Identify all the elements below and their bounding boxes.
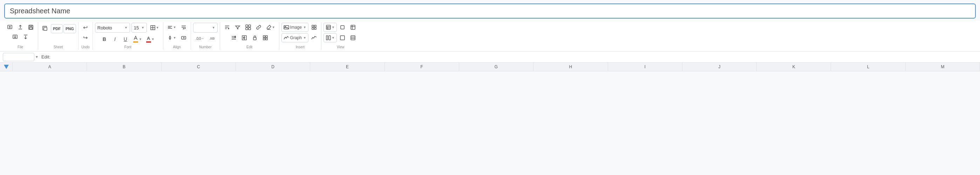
toolbar-group-edit: ▼ Edit — [220, 22, 279, 50]
filter-button[interactable] — [233, 23, 243, 32]
toolbar-group-align: ▼ ▼ Align — [163, 22, 191, 50]
toolbar-group-font: Roboto ▼ 15 ▼ ▼ B I U ▼ — [93, 22, 163, 50]
export-up-button[interactable] — [16, 23, 25, 32]
png-button[interactable]: PNG — [64, 24, 76, 33]
font-color-button[interactable]: A ▼ — [145, 34, 156, 44]
svg-rect-33 — [263, 36, 265, 38]
col-header-I[interactable]: I — [608, 63, 682, 71]
col-header-M[interactable]: M — [906, 63, 980, 71]
col-header-K[interactable]: K — [757, 63, 831, 71]
borders-button[interactable]: ▼ — [148, 23, 161, 32]
svg-rect-42 — [314, 28, 316, 29]
link-button[interactable] — [254, 23, 264, 32]
image-arrow: ▼ — [303, 25, 306, 29]
image-button[interactable]: Image ▼ — [282, 23, 309, 32]
view-split-button[interactable] — [348, 33, 358, 43]
toolbar-group-view: ▼ ▼ View — [321, 22, 360, 50]
line-chart-button[interactable] — [309, 33, 319, 43]
row-number-header — [0, 63, 13, 71]
export-down-button[interactable] — [21, 33, 30, 42]
svg-rect-23 — [246, 25, 248, 27]
import-button[interactable] — [5, 23, 15, 32]
png-label: PNG — [65, 27, 74, 31]
lock-button[interactable] — [250, 33, 260, 43]
underline-button[interactable]: U — [121, 35, 130, 44]
view-cols-arrow: ▼ — [332, 36, 335, 39]
svg-rect-3 — [29, 27, 32, 29]
col-header-J[interactable]: J — [682, 63, 757, 71]
redo-button[interactable]: ↪ — [81, 33, 91, 43]
font-name-arrow: ▼ — [124, 26, 127, 29]
toolbar: File PDF PNG Sheet ↩ ↪ Undo Robot — [0, 20, 980, 52]
graph-button[interactable]: Graph ▼ — [282, 33, 309, 43]
col-header-D[interactable]: D — [236, 63, 310, 71]
cell-ref-input[interactable] — [3, 53, 34, 61]
view-table-button[interactable]: ▼ — [323, 23, 337, 32]
number-format-arrow: ▼ — [212, 26, 215, 29]
overflow-button[interactable] — [179, 33, 189, 43]
col-header-B[interactable]: B — [87, 63, 161, 71]
cell-ref-dropdown-arrow[interactable]: ▼ — [35, 55, 38, 59]
sort-button[interactable] — [222, 23, 232, 32]
clear-button[interactable]: ▼ — [264, 23, 277, 32]
col-header-E[interactable]: E — [310, 63, 385, 71]
group-button[interactable] — [243, 23, 253, 32]
col-header-F[interactable]: F — [385, 63, 459, 71]
merge-button[interactable] — [239, 33, 249, 43]
view-sq-button[interactable] — [337, 23, 347, 32]
view-group-label: View — [321, 45, 360, 49]
sort2-button[interactable] — [229, 33, 239, 43]
svg-rect-54 — [351, 36, 355, 40]
svg-rect-35 — [263, 38, 265, 40]
fill-color-swatch — [133, 41, 138, 43]
italic-button[interactable]: I — [110, 35, 120, 44]
pdf-button[interactable]: PDF — [51, 24, 63, 33]
import2-button[interactable] — [10, 33, 20, 42]
save-button[interactable] — [26, 23, 36, 32]
sheet-group-label: Sheet — [38, 45, 78, 49]
fill-color-button[interactable]: ▼ — [131, 34, 144, 44]
decimal-dec-button[interactable]: .00.0 — [207, 34, 217, 43]
toolbar-group-undo: ↩ ↪ Undo — [78, 22, 93, 50]
col-header-H[interactable]: H — [533, 63, 608, 71]
clear-arrow: ▼ — [272, 25, 275, 29]
toolbar-group-sheet: PDF PNG Sheet — [38, 22, 78, 50]
col-header-C[interactable]: C — [162, 63, 236, 71]
align-h-arrow: ▼ — [173, 25, 176, 29]
graph-arrow: ▼ — [303, 36, 306, 39]
svg-rect-52 — [329, 36, 331, 40]
svg-rect-34 — [266, 36, 267, 38]
toolbar-group-file: File — [3, 22, 38, 50]
align-vert-button[interactable]: ▼ — [165, 33, 178, 43]
wrap-button[interactable] — [179, 23, 189, 32]
view-extra-button[interactable] — [348, 23, 358, 32]
image-label: Image — [290, 25, 302, 30]
font-name-select[interactable]: Roboto ▼ — [95, 23, 130, 33]
graph-label: Graph — [290, 35, 302, 40]
col-header-A[interactable]: A — [13, 63, 87, 71]
view-border-button[interactable] — [337, 33, 347, 43]
cell-ref-container: ▼ — [3, 53, 38, 61]
font-color-arrow: ▼ — [151, 38, 154, 41]
svg-rect-48 — [351, 25, 355, 29]
bold-button[interactable]: B — [100, 35, 109, 44]
svg-rect-39 — [312, 25, 314, 27]
undo-group-label: Undo — [78, 45, 92, 49]
view-cols-button[interactable]: ▼ — [323, 33, 337, 43]
font-size-select[interactable]: 15 ▼ — [131, 23, 147, 33]
conditional-button[interactable] — [261, 33, 270, 43]
svg-text:.0: .0 — [212, 37, 215, 40]
svg-rect-2 — [30, 25, 32, 27]
insert-group-label: Insert — [279, 45, 321, 49]
decimal-inc-button[interactable]: .0.00 ↔ — [194, 34, 206, 43]
align-horiz-button[interactable]: ▼ — [165, 23, 178, 32]
col-header-L[interactable]: L — [831, 63, 905, 71]
spreadsheet-title-input[interactable] — [4, 3, 976, 19]
sheet-copy-button[interactable] — [40, 24, 50, 33]
insert-extra-button[interactable] — [309, 23, 319, 32]
col-header-G[interactable]: G — [459, 63, 533, 71]
undo-button[interactable]: ↩ — [81, 23, 91, 32]
svg-rect-41 — [312, 28, 314, 29]
select-all-triangle[interactable] — [4, 65, 9, 69]
font-size-arrow: ▼ — [141, 26, 145, 29]
